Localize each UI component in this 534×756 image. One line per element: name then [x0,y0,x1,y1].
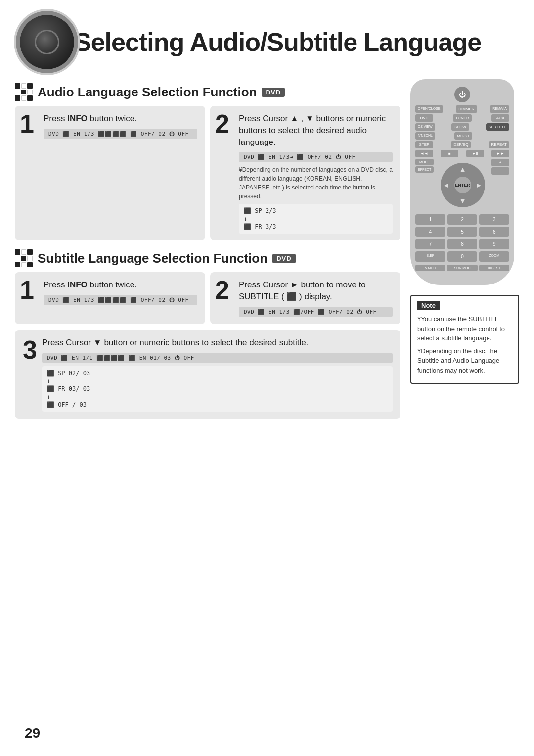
subtitle-lang-item-2: ⬛ FR 03/ 03 [47,385,388,393]
speaker-icon [20,15,74,69]
subtitle-step2-status: DVD ⬛ EN 1/3 ⬛/OFF ⬛ OFF/ 02 ⏻ OFF [239,307,393,317]
rewind-button[interactable]: ◄◄ [415,150,433,157]
subtitle-step2-text: Press Cursor ► button to move to SUBTITL… [239,279,393,303]
nav-right-button[interactable]: ► [476,181,483,189]
aux-button[interactable]: AUX [491,114,509,122]
num0-button[interactable]: 0 [447,251,478,262]
page-number: 29 [25,725,40,741]
subtitle-step1-content: Press INFO button twice. DVD ⬛ EN 1/3 ⬛⬛… [44,279,197,305]
remote-control: ⏻ OPEN/CLOSE DIMMER REM/VIA DVD TUNER AU… [410,79,514,285]
subtitle-section-header: Subtitle Language Selection Function DVD [15,249,400,267]
subtitle-dvd-badge: DVD [272,254,295,263]
remote-row1: OPEN/CLOSE DIMMER REM/VIA [415,105,509,113]
remote-row2: DVD TUNER AUX [415,114,509,122]
audio-step2-content: Press Cursor ▲ , ▼ buttons or numeric bu… [239,113,393,234]
num1-button[interactable]: 1 [415,214,445,225]
open-close-button[interactable]: OPEN/CLOSE [415,105,443,113]
subtitle-step3-box: 3 Press Cursor ▼ button or numeric butto… [15,330,400,419]
audio-lang-arrow: ↓ [244,215,388,223]
audio-step1-box: 1 Press INFO button twice. DVD ⬛ EN 1/3 … [15,106,205,240]
subtitle-step3-section: 3 Press Cursor ▼ button or numeric butto… [15,330,400,419]
slow-button[interactable]: SLOW [451,123,469,131]
audio-step1-number: 1 [20,111,34,137]
vol-up-button[interactable]: + [491,159,509,166]
dsp-eq-button[interactable]: DSP/EQ [451,141,471,148]
remote-bottom-row: V.MOD SUR.MOD DIGEST [415,265,509,271]
audio-step1-text: Press INFO button twice. [44,113,197,125]
audio-step2-number: 2 [215,111,229,137]
nav-up-button[interactable]: ▲ [459,165,466,173]
audio-steps-row: 1 Press INFO button twice. DVD ⬛ EN 1/3 … [15,106,400,240]
audio-note: ¥Depending on the number of languages on… [239,165,393,201]
remote-row3: OZ VIEW SLOW SUB TITLE [415,123,509,131]
num4-button[interactable]: 4 [415,227,445,237]
left-panel: Audio Language Selection Function DVD 1 … [15,74,400,419]
num9-button[interactable]: 9 [479,239,509,249]
mode-effect-col: MODE EFFECT [415,159,434,211]
subtitle-step1-suffix: button twice. [88,280,137,289]
remote-row4: NT/SCNL MO/ST [415,132,509,140]
effect-button[interactable]: EFFECT [415,166,434,173]
vmod-button[interactable]: V.MOD [415,265,445,271]
subtitle-step1-box: 1 Press INFO button twice. DVD ⬛ EN 1/3 … [15,272,205,324]
audio-step2-box: 2 Press Cursor ▲ , ▼ buttons or numeric … [210,106,400,240]
note-item-1: ¥You can use the SUBTITLE button on the … [417,314,512,343]
subtitle-step1-status: DVD ⬛ EN 1/3 ⬛⬛⬛⬛ ⬛ OFF/ 02 ⏻ OFF [44,295,197,305]
fast-forward-button[interactable]: ►► [491,150,509,157]
dimmer-button[interactable]: DIMMER [456,105,477,113]
note-box: Note ¥You can use the SUBTITLE button on… [410,295,519,384]
num8-button[interactable]: 8 [447,239,478,249]
num5-button[interactable]: 5 [447,227,478,237]
surmod-button[interactable]: SUR.MOD [447,265,477,271]
num7-button[interactable]: 7 [415,239,445,249]
play-pause-button[interactable]: ►II [466,150,484,157]
audio-lang-item-1: ⬛ SP 2/3 [244,207,388,215]
audio-lang-item-2: ⬛ FR 3/3 [244,223,388,231]
subtitle-step3-text: Press Cursor ▼ button or numeric buttons… [42,337,393,349]
note-text-1: ¥You can use the SUBTITLE button on the … [417,315,505,342]
mode-button[interactable]: MODE [415,159,434,165]
rem-via-button[interactable]: REM/VIA [490,105,509,113]
digest-button[interactable]: DIGEST [479,265,509,271]
audio-step1-bold: INFO [67,114,88,123]
audio-step2-text: Press Cursor ▲ , ▼ buttons or numeric bu… [239,113,393,148]
nav-down-button[interactable]: ▼ [459,197,466,205]
stop-button[interactable]: ■ [441,150,458,157]
tuner-button[interactable]: TUNER [453,114,472,122]
subtitle-section-icon [15,249,33,267]
subtitle-step1-text: Press INFO button twice. [44,279,197,291]
subtitle-lang-item-3: ⬛ OFF / 03 [47,401,388,409]
remote-row5: STEP DSP/EQ REPEAT [415,141,509,148]
subtitle-step1-number: 1 [20,277,34,303]
subtitle-step2-box: 2 Press Cursor ► button to move to SUBTI… [210,272,400,324]
nt-scnl-button[interactable]: NT/SCNL [415,132,435,140]
enter-button[interactable]: ENTER [454,177,471,193]
audio-lang-list: ⬛ SP 2/3 ↓ ⬛ FR 3/3 [239,204,393,234]
subtitle-step3-content: Press Cursor ▼ button or numeric buttons… [42,337,393,412]
numpad: 1 2 3 4 5 6 7 8 9 S.EF 0 ZOOM [415,214,509,262]
subtitle-step1-bold: INFO [67,280,88,289]
num6-button[interactable]: 6 [479,227,509,237]
subtitle-lang-item-1: ⬛ SP 02/ 03 [47,369,388,377]
transport-row: ◄◄ ■ ►II ►► [415,150,509,157]
step-button[interactable]: STEP [415,141,433,148]
repeat-button[interactable]: REPEAT [489,141,509,148]
power-button[interactable]: ⏻ [454,87,470,102]
audio-section-header: Audio Language Selection Function DVD [15,83,400,101]
main-content: Audio Language Selection Function DVD 1 … [0,74,534,419]
dvd-button[interactable]: DVD [415,114,433,122]
subtitle-section-title: Subtitle Language Selection Function [38,251,267,266]
vol-down-button[interactable]: − [491,167,509,175]
zoom-button[interactable]: ZOOM [479,251,509,262]
num3-button[interactable]: 3 [479,214,509,225]
nav-left-button[interactable]: ◄ [443,181,450,189]
subtitle-steps-row: 1 Press INFO button twice. DVD ⬛ EN 1/3 … [15,272,400,324]
audio-section-icon [15,83,33,101]
placeholder-btn [491,132,509,140]
subtitle-lang-list: ⬛ SP 02/ 03 ↓ ⬛ FR 03/ 03 ↓ ⬛ OFF / 03 [42,366,393,412]
oz-view-button[interactable]: OZ VIEW [415,123,435,131]
mo-st-button[interactable]: MO/ST [454,132,472,140]
num2-button[interactable]: 2 [447,214,478,225]
sef-button[interactable]: S.EF [415,251,445,262]
subtitle-button[interactable]: SUB TITLE [486,123,509,131]
